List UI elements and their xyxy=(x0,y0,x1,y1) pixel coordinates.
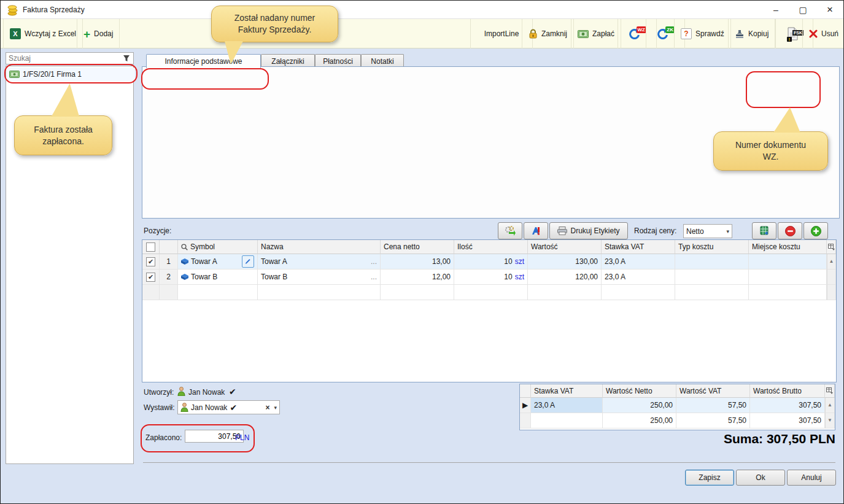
vat-column-brutto[interactable]: Wartość Brutto xyxy=(750,384,825,398)
column-header-cena-netto[interactable]: Cena netto xyxy=(381,240,454,254)
footer-separator xyxy=(143,462,835,463)
column-header-stawka-vat[interactable]: Stawka VAT xyxy=(602,240,675,254)
field-chooser-icon xyxy=(826,387,833,394)
export-excel-button[interactable] xyxy=(752,222,776,239)
row-indicator-icon: ▶ xyxy=(520,398,531,413)
tab-platnosci[interactable]: Płatności xyxy=(315,54,361,68)
vat-vat-cell: 57,50 xyxy=(676,398,750,413)
remove-row-button[interactable] xyxy=(778,222,802,239)
row-checkbox-cell[interactable]: ✔ xyxy=(142,254,160,269)
price-check-button[interactable] xyxy=(524,222,548,239)
copy-button[interactable]: Kopiuj xyxy=(728,19,775,48)
pay-button[interactable]: Zapłać xyxy=(571,19,621,48)
question-icon: ? xyxy=(681,28,692,39)
delete-button[interactable]: Usuń xyxy=(802,19,844,48)
filter-funnel-icon[interactable] xyxy=(123,55,130,62)
nazwa-cell[interactable]: Towar A... xyxy=(258,254,381,269)
zk-badge: ZK xyxy=(665,26,675,33)
banknote-icon xyxy=(578,30,589,38)
table-row[interactable]: ✔ 1 Towar A Towar A... 13,00 10szt 130,0… xyxy=(142,254,836,269)
ilosc-cell[interactable]: 10szt xyxy=(454,254,528,269)
vat-row[interactable]: ▶ 23,0 A 250,00 57,50 307,50 ▲ xyxy=(520,398,835,413)
invoice-list-item-label: 1/FS/20/1 Firma 1 xyxy=(23,70,82,79)
cancel-button[interactable]: Anuluj xyxy=(787,470,836,486)
row-checkbox-checked[interactable]: ✔ xyxy=(146,273,155,282)
ilosc-cell[interactable]: 10szt xyxy=(454,269,528,285)
cena-netto-cell[interactable]: 13,00 xyxy=(381,254,454,269)
column-header-nazwa[interactable]: Nazwa xyxy=(258,240,381,254)
minimize-button[interactable]: – xyxy=(762,1,789,18)
column-header-typ-kosztu[interactable]: Typ kosztu xyxy=(675,240,749,254)
zk-refresh-icon: ZK xyxy=(657,26,673,41)
save-button[interactable]: Zapisz xyxy=(685,470,734,486)
symbol-cell[interactable]: Towar A xyxy=(178,254,258,269)
tab-notatki[interactable]: Notatki xyxy=(361,54,404,68)
row-checkbox-checked[interactable]: ✔ xyxy=(146,257,155,266)
tab-informacje-podstawowe[interactable]: Informacje podstawowe xyxy=(146,54,261,68)
cena-netto-cell[interactable]: 12,00 xyxy=(381,269,454,285)
column-header-ilosc[interactable]: Ilość xyxy=(454,240,528,254)
scroll-down-icon[interactable]: ▼ xyxy=(827,416,832,425)
items-table: Symbol Nazwa Cena netto Ilość Wartość St… xyxy=(142,239,837,382)
symbol-edit-button[interactable] xyxy=(242,255,254,268)
search-input[interactable] xyxy=(6,53,123,64)
stawka-vat-cell[interactable]: 23,0 A xyxy=(602,254,675,269)
vat-column-netto[interactable]: Wartość Netto xyxy=(603,384,676,398)
field-chooser-button[interactable] xyxy=(825,384,835,398)
miejsce-kosztu-cell[interactable] xyxy=(749,254,827,269)
maximize-button[interactable]: ▢ xyxy=(789,1,816,18)
column-header-miejsce-kosztu[interactable]: Miejsce kosztu xyxy=(749,240,827,254)
callout-invoice-number: Został nadany numerFaktury Sprzedaży. xyxy=(211,6,338,42)
clear-icon[interactable]: × xyxy=(265,403,269,412)
check-icon: ✔ xyxy=(230,403,237,413)
title-bar: Faktura Sprzedaży – ▢ × xyxy=(1,1,843,19)
close-document-button[interactable]: Zamknij xyxy=(522,19,574,48)
close-button[interactable]: × xyxy=(816,1,843,18)
column-header-wartosc[interactable]: Wartość xyxy=(528,240,602,254)
table-scrollbar[interactable]: ▲ xyxy=(827,254,836,269)
vat-scrollbar[interactable]: ▲ xyxy=(825,398,835,413)
generate-items-button[interactable] xyxy=(498,222,522,239)
print-labels-button[interactable]: Drukuj Etykiety xyxy=(549,222,628,239)
field-chooser-button[interactable] xyxy=(827,240,836,254)
verify-button[interactable]: ? Sprawdź xyxy=(674,19,731,48)
wystawil-combo[interactable]: Jan Nowak ✔ × ▾ xyxy=(177,400,280,414)
callout-wz-number: Numer dokumentuWZ. xyxy=(713,131,828,171)
scroll-up-icon[interactable]: ▲ xyxy=(829,257,834,266)
column-header-symbol[interactable]: Symbol xyxy=(178,240,258,254)
symbol-cell[interactable]: Towar B xyxy=(178,269,258,285)
rodzaj-ceny-combo[interactable]: Netto▾ xyxy=(683,224,732,238)
add-button[interactable]: + Dodaj xyxy=(77,19,120,48)
row-checkbox-cell[interactable]: ✔ xyxy=(142,269,160,285)
select-all-checkbox-cell[interactable] xyxy=(142,240,160,254)
tab-zalaczniki[interactable]: Załączniki xyxy=(261,54,315,68)
excel-export-icon xyxy=(759,226,770,236)
row-number-cell: 2 xyxy=(160,269,178,285)
vat-column-vat[interactable]: Wartość VAT xyxy=(676,384,750,398)
vat-stawka-cell[interactable]: 23,0 A xyxy=(531,398,603,413)
vat-summary-table: Stawka VAT Wartość Netto Wartość VAT War… xyxy=(519,384,835,430)
stawka-vat-cell[interactable]: 23,0 A xyxy=(602,269,675,285)
wz-refresh-icon: WZ xyxy=(629,26,645,41)
minus-circle-icon xyxy=(785,226,796,236)
vat-netto-cell: 250,00 xyxy=(603,398,676,413)
miejsce-kosztu-cell[interactable] xyxy=(749,269,827,285)
table-row-empty[interactable] xyxy=(142,285,836,300)
scroll-up-icon[interactable]: ▲ xyxy=(827,401,832,409)
invoice-list-item[interactable]: 1/FS/20/1 Firma 1 xyxy=(7,68,135,81)
typ-kosztu-cell[interactable] xyxy=(675,269,749,285)
load-from-excel-button[interactable]: X Wczytaj z Excel xyxy=(3,19,83,48)
ellipsis-button[interactable]: ... xyxy=(371,273,377,281)
plus-icon: + xyxy=(83,28,90,40)
vat-column-stawka[interactable]: Stawka VAT xyxy=(531,384,603,398)
vat-brutto-cell: 307,50 xyxy=(750,398,825,413)
vat-scrollbar[interactable]: ▼ xyxy=(825,413,835,428)
typ-kosztu-cell[interactable] xyxy=(675,254,749,269)
add-row-button[interactable] xyxy=(803,222,828,239)
table-row[interactable]: ✔ 2 Towar B Towar B... 12,00 10szt 120,0… xyxy=(142,269,836,285)
ok-button[interactable]: Ok xyxy=(736,470,785,486)
ellipsis-button[interactable]: ... xyxy=(371,257,377,266)
table-scrollbar[interactable] xyxy=(827,269,836,285)
field-chooser-icon xyxy=(828,244,835,250)
nazwa-cell[interactable]: Towar B... xyxy=(258,269,381,285)
